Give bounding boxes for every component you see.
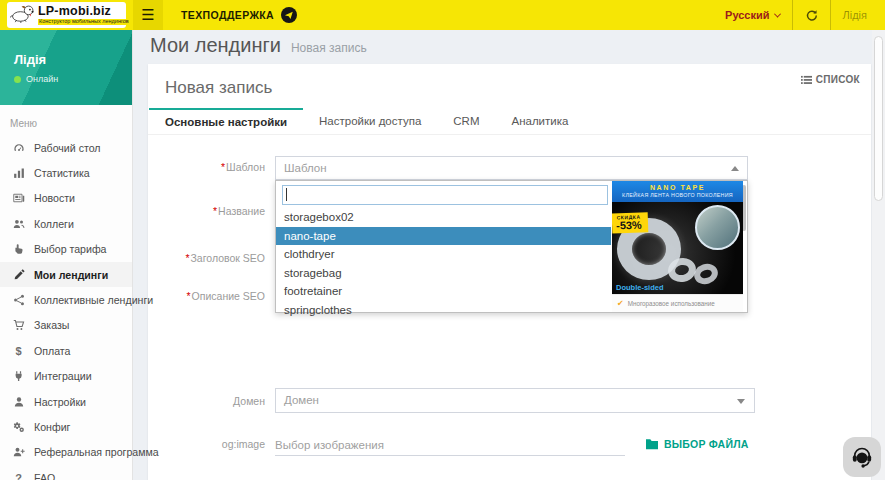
small-roll-graphic [691, 261, 720, 287]
dog-logo-icon [10, 2, 36, 28]
tab-general[interactable]: Основные настройки [149, 108, 303, 134]
template-dropdown-panel: storagebox02nano-tapeclothdryerstorageba… [275, 180, 748, 313]
online-status-dot [14, 76, 21, 83]
support-label: ТЕХПОДДЕРЖКА [181, 9, 274, 21]
sidebar-item-label: Реферальная программа [34, 446, 159, 458]
name-field-label: *Название [148, 205, 265, 217]
logo[interactable]: LP-mobi.biz Конструктор мобильных лендин… [7, 2, 126, 28]
template-preview-image: NANO TAPE КЛЕЙКАЯ ЛЕНТА НОВОГО ПОКОЛЕНИЯ… [612, 181, 743, 312]
template-option-nano-tape[interactable]: nano-tape [276, 227, 611, 246]
sidebar-item-settings[interactable]: Настройки [0, 389, 132, 414]
sidebar-item-news[interactable]: Новости [0, 186, 132, 211]
tab-crm[interactable]: CRM [437, 108, 495, 134]
og-image-input[interactable] [275, 434, 625, 456]
sidebar-item-label: Коллеги [34, 218, 74, 230]
sidebar-item-label: Конфиг [34, 421, 70, 433]
text-cursor [286, 188, 287, 201]
sidebar-item-label: Рабочий стол [34, 142, 101, 154]
colleagues-icon [12, 217, 25, 231]
top-right-controls: Русский Лідія [713, 0, 879, 30]
plug-icon [12, 369, 25, 383]
page-scrollbar-thumb[interactable] [874, 36, 883, 201]
breadcrumb: Мои лендинги Новая запись [150, 34, 367, 57]
topbar-username: Лідія [843, 9, 867, 21]
choose-file-button[interactable]: ВЫБОР ФАЙЛА [645, 438, 748, 450]
template-option-springclothes[interactable]: springclothes [276, 301, 611, 320]
headset-icon [850, 445, 874, 469]
caret-down-icon [737, 399, 745, 404]
sidebar-username: Лідія [14, 52, 46, 67]
template-option-clothdryer[interactable]: clothdryer [276, 245, 611, 264]
sidebar-item-statistics[interactable]: Статистика [0, 160, 132, 185]
news-icon [12, 191, 25, 205]
tab-bar: Основные настройкиНастройки доступаCRMАн… [148, 108, 871, 135]
sidebar-item-tariff[interactable]: Выбор тарифа [0, 237, 132, 262]
hamburger-menu-icon[interactable]: ☰ [133, 0, 163, 30]
domain-field-label: Домен [148, 395, 265, 407]
sidebar-item-my-landings[interactable]: Мои лендинги [0, 262, 132, 287]
template-option-storagebox02[interactable]: storagebox02 [276, 208, 611, 227]
sidebar: Лідія Онлайн Меню Рабочий столСтатистика… [0, 30, 133, 480]
sidebar-item-label: Оплата [34, 345, 70, 357]
stats-icon [12, 166, 25, 180]
seo-description-field-label: *Описание SEO [148, 290, 265, 302]
template-option-footretainer[interactable]: footretainer [276, 282, 611, 301]
new-record-card: СПИСОК Новая запись Основные настройкиНа… [148, 64, 871, 480]
page-subtitle: Новая запись [291, 41, 367, 55]
template-field-label: *Шаблон [148, 161, 265, 173]
list-button-label: СПИСОК [816, 74, 860, 85]
preview-feature-row: ✔ Многоразовое использование [612, 294, 743, 312]
folder-icon [645, 438, 659, 450]
topbar-user-menu[interactable]: Лідія [830, 0, 879, 30]
sidebar-item-label: Настройки [34, 396, 86, 408]
support-chat-button[interactable] [843, 437, 881, 477]
refresh-icon [805, 9, 818, 22]
sidebar-item-dashboard[interactable]: Рабочий стол [0, 135, 132, 160]
sidebar-item-referral[interactable]: Реферальная программа [0, 440, 132, 465]
sidebar-item-collective-landings[interactable]: Коллективные лендинги [0, 287, 132, 312]
sidebar-item-label: Новости [34, 192, 75, 204]
sidebar-item-orders[interactable]: Заказы [0, 313, 132, 338]
telegram-icon [281, 7, 297, 23]
template-options-list: storagebox02nano-tapeclothdryerstorageba… [276, 208, 611, 319]
language-label: Русский [725, 9, 769, 21]
sidebar-item-integrations[interactable]: Интеграции [0, 364, 132, 389]
preview-title: NANO TAPE [650, 184, 705, 192]
discount-badge: СКИДКА -53% [612, 212, 648, 233]
template-select[interactable]: Шаблон [275, 156, 748, 180]
share-icon [12, 293, 25, 307]
user-icon [12, 395, 25, 409]
refresh-button[interactable] [792, 0, 830, 30]
menu-section-label: Меню [0, 105, 132, 135]
sidebar-item-label: Интеграции [34, 370, 92, 382]
list-icon [801, 75, 812, 85]
sidebar-item-label: Выбор тарифа [34, 243, 107, 255]
cart-icon [12, 318, 25, 332]
tab-access[interactable]: Настройки доступа [303, 108, 437, 134]
page-title: Мои лендинги [150, 34, 281, 57]
template-option-storagebag[interactable]: storagebag [276, 264, 611, 283]
domain-select[interactable]: Домен [275, 388, 755, 413]
tab-analytics[interactable]: Аналитика [495, 108, 584, 134]
sidebar-item-config[interactable]: Конфиг [0, 414, 132, 439]
sidebar-user-panel: Лідія Онлайн [0, 30, 132, 105]
logo-title: LP-mobi.biz [38, 5, 130, 18]
gears-icon [12, 420, 25, 434]
sidebar-item-faq[interactable]: ?FAQ [0, 465, 132, 480]
sidebar-item-payment[interactable]: $Оплата [0, 338, 132, 363]
sidebar-item-colleagues[interactable]: Коллеги [0, 211, 132, 236]
top-bar: LP-mobi.biz Конструктор мобильных лендин… [0, 0, 885, 30]
logo-subtitle: Конструктор мобильных лендингов [38, 19, 130, 26]
list-button[interactable]: СПИСОК [801, 74, 860, 85]
preview-header: NANO TAPE КЛЕЙКАЯ ЛЕНТА НОВОГО ПОКОЛЕНИЯ [612, 181, 743, 202]
question-icon: ? [12, 471, 25, 480]
check-icon: ✔ [617, 300, 624, 308]
tariff-icon [12, 242, 25, 256]
sidebar-item-label: FAQ [34, 472, 55, 480]
domain-select-placeholder: Домен [276, 389, 754, 412]
pencil-icon [12, 268, 25, 282]
og-image-field-label: og:image [148, 438, 265, 450]
template-search-input[interactable] [282, 185, 608, 205]
support-button[interactable]: ТЕХПОДДЕРЖКА [181, 0, 297, 30]
language-selector[interactable]: Русский [713, 0, 791, 30]
